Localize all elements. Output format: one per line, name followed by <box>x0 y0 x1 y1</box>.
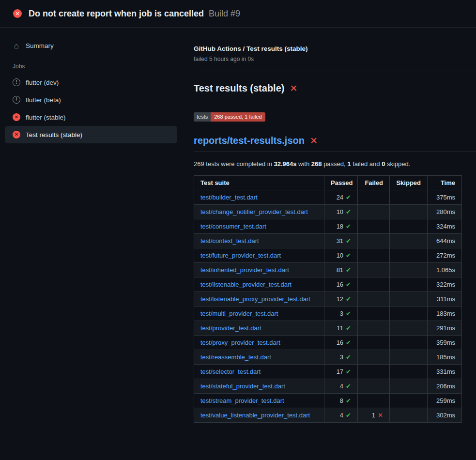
cell-skipped <box>390 379 428 393</box>
test-suite-row: test/provider_test.dart11✔291ms <box>194 321 462 335</box>
cell-passed: 10✔ <box>324 248 358 262</box>
cell-skipped <box>390 393 428 408</box>
jobs-list: !flutter (dev)!flutter (beta)✕flutter (s… <box>5 74 177 143</box>
test-suite-row: test/value_listenable_provider_test.dart… <box>194 408 462 422</box>
test-suite-link[interactable]: test/value_listenable_provider_test.dart <box>200 412 310 419</box>
test-suite-link[interactable]: test/future_provider_test.dart <box>200 252 281 259</box>
sidebar-item-job[interactable]: ✕Test results (stable) <box>5 126 177 143</box>
test-suite-link[interactable]: test/stream_provider_test.dart <box>200 397 284 404</box>
divider <box>194 71 476 71</box>
check-run-title: Do not create report when job is cancell… <box>29 9 204 18</box>
cell-time: 322ms <box>428 277 462 291</box>
test-results-tbody: test/builder_test.dart24✔375mstest/chang… <box>194 190 462 422</box>
cell-skipped <box>390 204 428 219</box>
cell-passed: 3✔ <box>324 350 358 364</box>
report-file-link[interactable]: reports/test-results.json <box>194 135 305 146</box>
cell-failed <box>358 204 390 219</box>
cell-failed <box>358 321 390 335</box>
sidebar-item-label: Test results (stable) <box>26 131 82 138</box>
test-suite-link[interactable]: test/stateful_provider_test.dart <box>200 383 285 390</box>
sidebar-item-job[interactable]: !flutter (beta) <box>5 91 177 108</box>
cell-time: 359ms <box>428 335 462 350</box>
cell-passed: 18✔ <box>324 219 358 233</box>
count-value: 10 <box>337 252 343 259</box>
cell-failed <box>358 306 390 321</box>
test-suite-link[interactable]: test/provider_test.dart <box>200 324 261 332</box>
test-suite-link[interactable]: test/reassemble_test.dart <box>200 353 271 361</box>
sidebar-item-job[interactable]: ✕flutter (stable) <box>5 108 177 126</box>
test-suite-link[interactable]: test/change_notifier_provider_test.dart <box>200 208 308 215</box>
x-circle-fill-icon: ✕ <box>13 9 22 18</box>
check-icon: ✔ <box>346 383 351 390</box>
tests-badge: tests 268 passed, 1 failed <box>194 112 265 122</box>
section-heading: Test results (stable) ✕ <box>194 83 476 94</box>
check-icon: ✔ <box>346 397 351 404</box>
build-number: Build #9 <box>209 9 240 18</box>
cell-test-suite: test/proxy_provider_test.dart <box>194 335 324 350</box>
test-suite-row: test/selector_test.dart17✔331ms <box>194 364 462 379</box>
test-suite-link[interactable]: test/builder_test.dart <box>200 194 258 201</box>
run-status-line: failed 5 hours ago in 0s <box>194 56 476 62</box>
column-header: Passed <box>324 175 358 190</box>
column-header: Failed <box>358 175 390 190</box>
cell-passed: 4✔ <box>324 408 358 422</box>
cell-time: 644ms <box>428 233 462 248</box>
cell-time: 206ms <box>428 379 462 393</box>
cell-skipped <box>390 262 428 277</box>
cell-passed: 12✔ <box>324 291 358 306</box>
check-icon: ✔ <box>346 281 351 288</box>
cell-passed: 11✔ <box>324 321 358 335</box>
cell-skipped <box>390 408 428 422</box>
cell-test-suite: test/listenable_proxy_provider_test.dart <box>194 291 324 306</box>
cell-passed: 8✔ <box>324 393 358 408</box>
sidebar-item-summary[interactable]: ⌂ Summary <box>5 37 177 54</box>
cell-skipped <box>390 291 428 306</box>
count-value: 10 <box>337 208 343 215</box>
cell-failed <box>358 262 390 277</box>
cell-failed <box>358 379 390 393</box>
cell-failed <box>358 277 390 291</box>
test-suite-row: test/proxy_provider_test.dart16✔359ms <box>194 335 462 350</box>
column-header: Test suite <box>194 175 324 190</box>
cell-skipped <box>390 277 428 291</box>
cell-test-suite: test/consumer_test.dart <box>194 219 324 233</box>
test-suite-row: test/multi_provider_test.dart3✔183ms <box>194 306 462 321</box>
cell-skipped <box>390 248 428 262</box>
test-suite-link[interactable]: test/listenable_proxy_provider_test.dart <box>200 295 310 303</box>
test-suite-link[interactable]: test/consumer_test.dart <box>200 223 266 230</box>
table-header-row: Test suitePassedFailedSkippedTime <box>194 175 462 190</box>
cell-test-suite: test/selector_test.dart <box>194 364 324 379</box>
summary-sentence: 269 tests were completed in 32.964s with… <box>194 160 476 168</box>
test-suite-link[interactable]: test/proxy_provider_test.dart <box>200 339 280 346</box>
check-icon: ✔ <box>346 324 351 332</box>
test-suite-link[interactable]: test/selector_test.dart <box>200 368 261 375</box>
count-value: 16 <box>337 339 343 346</box>
check-icon: ✔ <box>346 339 351 346</box>
sidebar: ⌂ Summary Jobs !flutter (dev)!flutter (b… <box>0 28 183 143</box>
test-suite-row: test/future_provider_test.dart10✔272ms <box>194 248 462 262</box>
sidebar-item-label: flutter (stable) <box>26 114 66 121</box>
count-value: 4 <box>340 412 343 419</box>
cell-test-suite: test/change_notifier_provider_test.dart <box>194 204 324 219</box>
count-value: 18 <box>337 223 343 230</box>
test-suite-link[interactable]: test/multi_provider_test.dart <box>200 310 278 317</box>
test-suite-link[interactable]: test/context_test.dart <box>200 237 259 245</box>
test-suite-link[interactable]: test/listenable_provider_test.dart <box>200 281 292 288</box>
cell-passed: 10✔ <box>324 204 358 219</box>
report-heading: reports/test-results.json ✕ <box>194 135 476 152</box>
cell-failed <box>358 393 390 408</box>
sidebar-item-job[interactable]: !flutter (dev) <box>5 74 177 91</box>
test-suite-row: test/consumer_test.dart18✔324ms <box>194 219 462 233</box>
count-value: 12 <box>337 295 343 303</box>
count-value: 24 <box>337 194 343 201</box>
cell-test-suite: test/provider_test.dart <box>194 321 324 335</box>
check-icon: ✔ <box>346 353 351 361</box>
count-value: 4 <box>340 383 343 390</box>
failed-x-icon: ✕ <box>290 84 297 93</box>
cell-test-suite: test/reassemble_test.dart <box>194 350 324 364</box>
cell-passed: 16✔ <box>324 277 358 291</box>
cell-passed: 81✔ <box>324 262 358 277</box>
cell-test-suite: test/context_test.dart <box>194 233 324 248</box>
test-suite-link[interactable]: test/inherited_provider_test.dart <box>200 266 289 274</box>
cell-failed <box>358 190 390 204</box>
